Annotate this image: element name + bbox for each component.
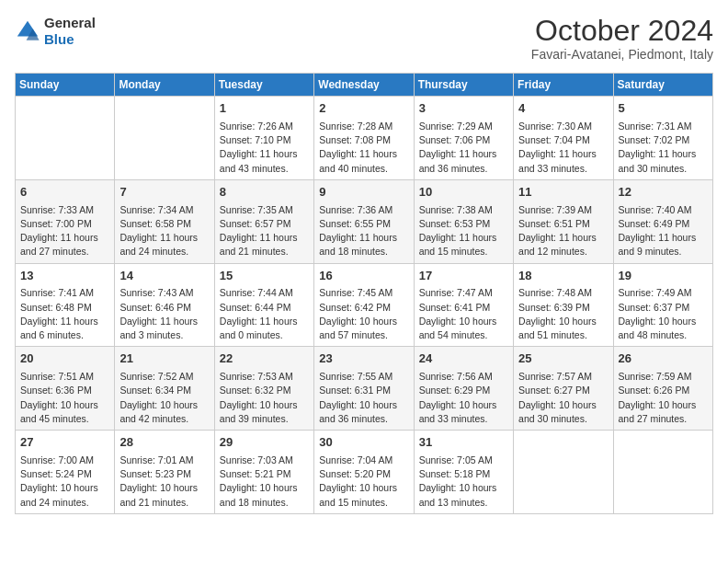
calendar-cell: 21Sunrise: 7:52 AM Sunset: 6:34 PM Dayli…: [115, 347, 214, 431]
calendar-week-row: 1Sunrise: 7:26 AM Sunset: 7:10 PM Daylig…: [16, 97, 713, 180]
calendar-cell: 9Sunrise: 7:36 AM Sunset: 6:55 PM Daylig…: [314, 179, 414, 263]
day-number: 11: [518, 184, 608, 201]
day-info: Sunrise: 7:51 AM Sunset: 6:36 PM Dayligh…: [20, 370, 109, 426]
calendar-cell: 19Sunrise: 7:49 AM Sunset: 6:37 PM Dayli…: [613, 263, 712, 347]
day-number: 23: [319, 350, 408, 368]
logo-icon: [15, 18, 40, 44]
day-info: Sunrise: 7:39 AM Sunset: 6:51 PM Dayligh…: [518, 203, 608, 259]
location: Favari-Avatanei, Piedmont, Italy: [531, 47, 713, 62]
day-info: Sunrise: 7:30 AM Sunset: 7:04 PM Dayligh…: [518, 120, 608, 176]
day-info: Sunrise: 7:38 AM Sunset: 6:53 PM Dayligh…: [419, 203, 508, 259]
calendar-cell: 20Sunrise: 7:51 AM Sunset: 6:36 PM Dayli…: [16, 347, 115, 431]
calendar-cell: 15Sunrise: 7:44 AM Sunset: 6:44 PM Dayli…: [214, 263, 313, 347]
calendar-cell: 5Sunrise: 7:31 AM Sunset: 7:02 PM Daylig…: [613, 97, 712, 180]
calendar-cell: 17Sunrise: 7:47 AM Sunset: 6:41 PM Dayli…: [414, 263, 513, 347]
day-number: 14: [119, 268, 209, 285]
day-number: 27: [20, 434, 109, 452]
day-info: Sunrise: 7:43 AM Sunset: 6:46 PM Dayligh…: [119, 286, 209, 342]
calendar-week-row: 20Sunrise: 7:51 AM Sunset: 6:36 PM Dayli…: [16, 347, 713, 431]
day-number: 4: [518, 100, 608, 118]
day-info: Sunrise: 7:28 AM Sunset: 7:08 PM Dayligh…: [319, 120, 408, 176]
calendar-cell: 23Sunrise: 7:55 AM Sunset: 6:31 PM Dayli…: [314, 347, 414, 431]
day-info: Sunrise: 7:31 AM Sunset: 7:02 PM Dayligh…: [619, 120, 708, 176]
day-number: 28: [119, 434, 209, 452]
day-info: Sunrise: 7:59 AM Sunset: 6:26 PM Dayligh…: [619, 370, 708, 426]
calendar-cell: 7Sunrise: 7:34 AM Sunset: 6:58 PM Daylig…: [115, 179, 214, 263]
weekday-header: Friday: [514, 74, 613, 97]
weekday-header: Monday: [115, 74, 214, 97]
day-info: Sunrise: 7:03 AM Sunset: 5:21 PM Dayligh…: [220, 454, 309, 510]
day-info: Sunrise: 7:52 AM Sunset: 6:34 PM Dayligh…: [119, 370, 209, 426]
calendar-week-row: 13Sunrise: 7:41 AM Sunset: 6:48 PM Dayli…: [16, 263, 713, 347]
logo-text: General Blue: [44, 15, 96, 48]
day-number: 19: [619, 268, 708, 285]
calendar-cell: [115, 97, 214, 180]
title-block: October 2024 Favari-Avatanei, Piedmont, …: [531, 15, 713, 62]
weekday-header: Saturday: [613, 74, 712, 97]
calendar-cell: 6Sunrise: 7:33 AM Sunset: 7:00 PM Daylig…: [16, 179, 115, 263]
calendar-cell: 31Sunrise: 7:05 AM Sunset: 5:18 PM Dayli…: [414, 431, 513, 514]
day-info: Sunrise: 7:56 AM Sunset: 6:29 PM Dayligh…: [419, 370, 508, 426]
calendar-cell: 28Sunrise: 7:01 AM Sunset: 5:23 PM Dayli…: [115, 431, 214, 514]
calendar-cell: 29Sunrise: 7:03 AM Sunset: 5:21 PM Dayli…: [214, 431, 313, 514]
day-info: Sunrise: 7:55 AM Sunset: 6:31 PM Dayligh…: [319, 370, 408, 426]
weekday-header: Thursday: [414, 74, 513, 97]
calendar-cell: 24Sunrise: 7:56 AM Sunset: 6:29 PM Dayli…: [414, 347, 513, 431]
page-header: General Blue October 2024 Favari-Avatane…: [15, 15, 713, 62]
day-number: 24: [419, 350, 508, 368]
calendar-cell: 26Sunrise: 7:59 AM Sunset: 6:26 PM Dayli…: [613, 347, 712, 431]
day-number: 9: [319, 184, 408, 201]
day-info: Sunrise: 7:34 AM Sunset: 6:58 PM Dayligh…: [119, 203, 209, 259]
day-info: Sunrise: 7:49 AM Sunset: 6:37 PM Dayligh…: [619, 286, 708, 342]
day-number: 21: [119, 350, 209, 368]
day-number: 18: [518, 268, 608, 285]
day-number: 22: [220, 350, 309, 368]
calendar-header-row: SundayMondayTuesdayWednesdayThursdayFrid…: [16, 74, 713, 97]
calendar-cell: 30Sunrise: 7:04 AM Sunset: 5:20 PM Dayli…: [314, 431, 414, 514]
day-number: 12: [619, 184, 708, 201]
calendar-cell: 8Sunrise: 7:35 AM Sunset: 6:57 PM Daylig…: [214, 179, 313, 263]
day-number: 25: [518, 350, 608, 368]
calendar-cell: 22Sunrise: 7:53 AM Sunset: 6:32 PM Dayli…: [214, 347, 313, 431]
day-info: Sunrise: 7:35 AM Sunset: 6:57 PM Dayligh…: [220, 203, 309, 259]
calendar-cell: 2Sunrise: 7:28 AM Sunset: 7:08 PM Daylig…: [314, 97, 414, 180]
day-number: 5: [619, 100, 708, 118]
calendar-cell: 25Sunrise: 7:57 AM Sunset: 6:27 PM Dayli…: [514, 347, 613, 431]
day-info: Sunrise: 7:57 AM Sunset: 6:27 PM Dayligh…: [518, 370, 608, 426]
day-info: Sunrise: 7:44 AM Sunset: 6:44 PM Dayligh…: [220, 286, 309, 342]
day-number: 26: [619, 350, 708, 368]
day-number: 16: [319, 268, 408, 285]
calendar-week-row: 27Sunrise: 7:00 AM Sunset: 5:24 PM Dayli…: [16, 431, 713, 514]
calendar-table: SundayMondayTuesdayWednesdayThursdayFrid…: [15, 73, 713, 514]
day-number: 13: [20, 268, 109, 285]
day-info: Sunrise: 7:04 AM Sunset: 5:20 PM Dayligh…: [319, 454, 408, 510]
calendar-cell: 4Sunrise: 7:30 AM Sunset: 7:04 PM Daylig…: [514, 97, 613, 180]
day-info: Sunrise: 7:40 AM Sunset: 6:49 PM Dayligh…: [619, 203, 708, 259]
day-number: 17: [419, 268, 508, 285]
day-info: Sunrise: 7:00 AM Sunset: 5:24 PM Dayligh…: [20, 454, 109, 510]
calendar-cell: 3Sunrise: 7:29 AM Sunset: 7:06 PM Daylig…: [414, 97, 513, 180]
day-number: 15: [220, 268, 309, 285]
weekday-header: Tuesday: [214, 74, 313, 97]
day-number: 29: [220, 434, 309, 452]
day-number: 30: [319, 434, 408, 452]
logo: General Blue: [15, 15, 96, 48]
calendar-cell: 13Sunrise: 7:41 AM Sunset: 6:48 PM Dayli…: [16, 263, 115, 347]
day-info: Sunrise: 7:01 AM Sunset: 5:23 PM Dayligh…: [119, 454, 209, 510]
calendar-cell: [514, 431, 613, 514]
calendar-cell: 27Sunrise: 7:00 AM Sunset: 5:24 PM Dayli…: [16, 431, 115, 514]
day-info: Sunrise: 7:45 AM Sunset: 6:42 PM Dayligh…: [319, 286, 408, 342]
day-number: 31: [419, 434, 508, 452]
calendar-cell: 18Sunrise: 7:48 AM Sunset: 6:39 PM Dayli…: [514, 263, 613, 347]
calendar-cell: [16, 97, 115, 180]
day-number: 2: [319, 100, 408, 118]
day-info: Sunrise: 7:26 AM Sunset: 7:10 PM Dayligh…: [220, 120, 309, 176]
calendar-cell: 11Sunrise: 7:39 AM Sunset: 6:51 PM Dayli…: [514, 179, 613, 263]
weekday-header: Sunday: [16, 74, 115, 97]
calendar-week-row: 6Sunrise: 7:33 AM Sunset: 7:00 PM Daylig…: [16, 179, 713, 263]
day-info: Sunrise: 7:53 AM Sunset: 6:32 PM Dayligh…: [220, 370, 309, 426]
calendar-cell: 10Sunrise: 7:38 AM Sunset: 6:53 PM Dayli…: [414, 179, 513, 263]
calendar-cell: 1Sunrise: 7:26 AM Sunset: 7:10 PM Daylig…: [214, 97, 313, 180]
day-number: 20: [20, 350, 109, 368]
calendar-cell: 14Sunrise: 7:43 AM Sunset: 6:46 PM Dayli…: [115, 263, 214, 347]
